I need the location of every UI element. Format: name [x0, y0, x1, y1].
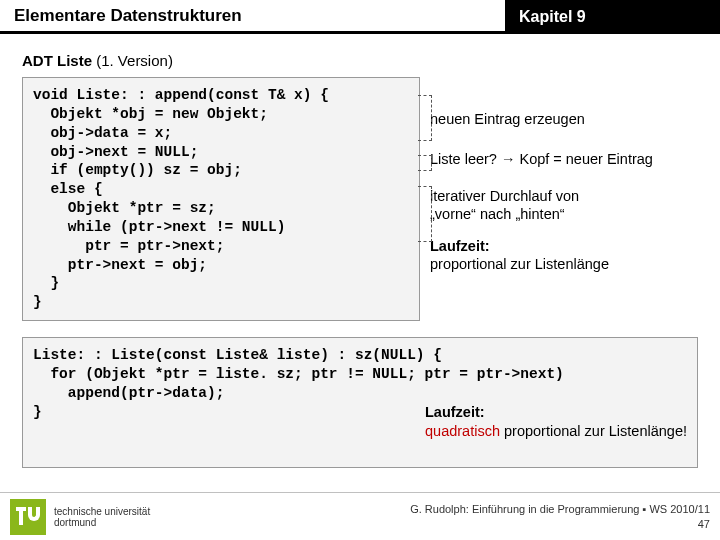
footer-logo-area: technische universität dortmund	[0, 499, 150, 535]
bracket-icon	[418, 155, 432, 171]
annotation-new-entry: neuen Eintrag erzeugen	[430, 111, 698, 127]
subtitle-bold: ADT Liste	[22, 52, 92, 69]
runtime-label: Laufzeit:	[425, 404, 485, 420]
annotation-iterate-l2: „vorne“ nach „hinten“	[430, 206, 565, 222]
code-annotation-row: void Liste: : append(const T& x) { Objek…	[22, 77, 698, 321]
footer-credit: G. Rudolph: Einführung in die Programmie…	[410, 502, 710, 531]
header-title-right: Kapitel 9	[505, 0, 720, 34]
header-title-left: Elementare Datenstrukturen	[0, 0, 505, 34]
university-name: technische universität dortmund	[54, 506, 150, 528]
subtitle: ADT Liste (1. Version)	[22, 52, 698, 69]
tu-logo-icon	[10, 499, 46, 535]
annotation-iterate-l1: iterativer Durchlauf von	[430, 188, 579, 204]
subtitle-rest: (1. Version)	[92, 52, 173, 69]
slide-footer: technische universität dortmund G. Rudol…	[0, 492, 720, 540]
credit-text: G. Rudolph: Einführung in die Programmie…	[410, 503, 710, 515]
runtime-rest: proportional zur Listenlänge!	[500, 423, 687, 439]
code-block-append: void Liste: : append(const T& x) { Objek…	[22, 77, 420, 321]
code-block-copyctor: Liste: : Liste(const Liste& liste) : sz(…	[22, 337, 698, 468]
annotation-column: neuen Eintrag erzeugen Liste leer? → Kop…	[430, 77, 698, 321]
annotation-runtime-label: Laufzeit:	[430, 238, 490, 254]
uni-line2: dortmund	[54, 517, 96, 528]
annotation-runtime: Laufzeit: proportional zur Listenlänge	[430, 237, 698, 273]
annotation-runtime-text: proportional zur Listenlänge	[430, 256, 609, 272]
annotation-empty-list: Liste leer? → Kopf = neuer Eintrag	[430, 151, 698, 167]
page-number: 47	[698, 518, 710, 530]
bracket-icon	[418, 186, 432, 242]
runtime-quadratic: quadratisch	[425, 423, 500, 439]
uni-line1: technische universität	[54, 506, 150, 517]
bracket-icon	[418, 95, 432, 141]
slide-header: Elementare Datenstrukturen Kapitel 9	[0, 0, 720, 34]
annotation-iterate: iterativer Durchlauf von „vorne“ nach „h…	[430, 187, 698, 223]
slide-content: ADT Liste (1. Version) void Liste: : app…	[0, 34, 720, 468]
runtime-copyctor: Laufzeit: quadratisch proportional zur L…	[401, 384, 687, 459]
